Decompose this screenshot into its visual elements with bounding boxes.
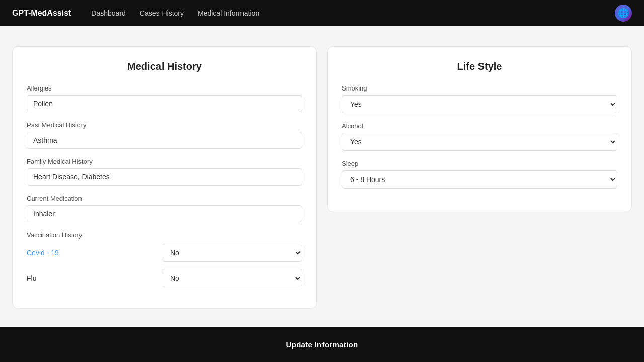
update-button[interactable]: Update Information [12,334,632,355]
medical-history-title: Medical History [27,61,302,72]
alcohol-label: Alcohol [342,122,617,130]
vaccination-flu-select[interactable]: No Yes [162,269,302,287]
past-medical-history-input[interactable] [27,132,302,149]
medical-history-card: Medical History Allergies Past Medical H… [12,46,317,309]
current-medication-group: Current Medication [27,195,302,222]
sleep-label: Sleep [342,160,617,167]
family-medical-history-group: Family Medical History [27,158,302,186]
covid-text: Covid - [27,249,51,257]
update-button-container: Update Information [0,327,644,362]
navbar: GPT-MedAssist Dashboard Cases History Me… [0,0,644,26]
vaccination-flu-name: Flu [27,274,162,282]
vaccination-covid-select[interactable]: No Yes [162,244,302,262]
family-medical-history-label: Family Medical History [27,158,302,165]
smoking-select[interactable]: Yes No [342,95,617,113]
smoking-label: Smoking [342,84,617,92]
nav-link-dashboard[interactable]: Dashboard [91,9,126,17]
nav-link-cases-history[interactable]: Cases History [140,9,184,17]
lifestyle-card: Life Style Smoking Yes No Alcohol Yes No… [327,46,632,212]
vaccination-label: Vaccination History [27,231,302,239]
past-medical-history-label: Past Medical History [27,121,302,129]
allergies-input[interactable] [27,95,302,112]
sleep-group: Sleep 6 - 8 Hours Less than 6 Hours More… [342,160,617,189]
alcohol-select[interactable]: Yes No [342,133,617,151]
sleep-select[interactable]: 6 - 8 Hours Less than 6 Hours More than … [342,170,617,189]
allergies-group: Allergies [27,84,302,112]
current-medication-input[interactable] [27,205,302,222]
nav-link-medical-information[interactable]: Medical Information [198,9,259,17]
vaccination-row-flu: Flu No Yes [27,269,302,287]
covid-highlight: 19 [51,249,59,257]
vaccination-covid-name: Covid - 19 [27,249,162,257]
alcohol-group: Alcohol Yes No [342,122,617,151]
past-medical-history-group: Past Medical History [27,121,302,149]
main-content: Medical History Allergies Past Medical H… [0,26,644,362]
vaccination-row-covid: Covid - 19 No Yes [27,244,302,262]
current-medication-label: Current Medication [27,195,302,202]
family-medical-history-input[interactable] [27,168,302,186]
navbar-links: Dashboard Cases History Medical Informat… [91,9,615,17]
vaccination-section: Vaccination History Covid - 19 No Yes Fl… [27,231,302,287]
lifestyle-title: Life Style [342,61,617,72]
allergies-label: Allergies [27,84,302,92]
navbar-brand: GPT-MedAssist [12,9,71,18]
avatar[interactable]: 🌐 [615,5,632,22]
smoking-group: Smoking Yes No [342,84,617,113]
